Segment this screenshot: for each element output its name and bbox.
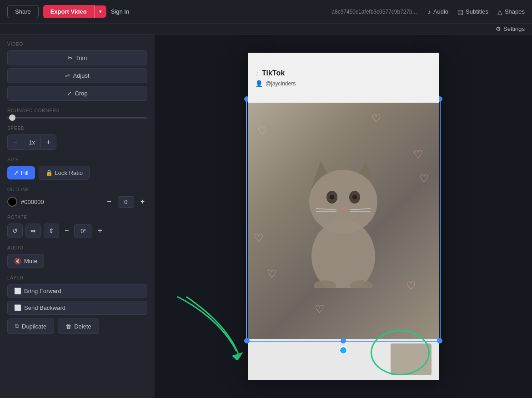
rotate-increase-button[interactable]: + <box>95 225 105 237</box>
lock-ratio-button[interactable]: 🔒 Lock Ratio <box>39 166 90 180</box>
shapes-icon: △ <box>497 8 502 15</box>
send-backward-icon: ⬜ <box>14 304 21 311</box>
adjust-button[interactable]: ⇌ Adjust <box>7 68 147 83</box>
lock-ratio-label: Lock Ratio <box>55 169 83 176</box>
delete-label: Delete <box>74 323 91 330</box>
settings-label: Settings <box>503 25 525 32</box>
gear-icon: ⚙ <box>496 25 501 32</box>
rounded-corners-label: ROUNDED CORNERS <box>7 108 147 113</box>
flip-v-button[interactable]: ⇕ <box>44 224 59 238</box>
svg-point-6 <box>330 195 334 199</box>
send-backward-label: Send Backward <box>24 304 65 311</box>
arrow-annotation <box>168 288 250 362</box>
delete-button[interactable]: 🗑 Delete <box>58 318 99 334</box>
rounded-corners-slider-row <box>7 117 147 119</box>
adjust-icon: ⇌ <box>65 72 70 79</box>
lock-icon: 🔒 <box>45 169 53 176</box>
cat-background: ♡ ♡ ♡ ♡ ♡ ♡ ♡ ♡ <box>248 100 439 339</box>
bring-forward-icon: ⬜ <box>14 288 21 294</box>
layer-section-label: LAYER <box>7 275 147 280</box>
fill-label: Fill <box>21 169 29 176</box>
cat-silhouette-container <box>248 100 439 339</box>
top-header: Share Export Video ▾ Sign In a8c97450c1a… <box>0 0 532 24</box>
fill-button[interactable]: ⤢ Fill <box>7 166 35 179</box>
subtitles-icon: ▤ <box>457 8 463 15</box>
header-tabs: ♪ Audio ▤ Subtitles △ Shapes <box>428 8 525 15</box>
outline-decrease-button[interactable]: − <box>104 196 114 208</box>
rotate-degree-value: 0° <box>74 224 92 238</box>
header-right: a8c97450c1afefb3c0577c9b727b... ♪ Audio … <box>331 8 525 15</box>
tiktok-logo-area: ♪ TikTok 👤 @jaycinders <box>255 69 296 87</box>
fill-icon: ⤢ <box>14 169 19 176</box>
size-controls: ⤢ Fill 🔒 Lock Ratio <box>7 166 147 180</box>
speed-decrease-button[interactable]: − <box>8 135 23 149</box>
rotate-section-label: ROTATE <box>7 215 147 220</box>
tab-shapes-label: Shapes <box>505 8 525 15</box>
cat-svg <box>284 152 402 288</box>
share-button[interactable]: Share <box>7 5 39 18</box>
video-footer <box>248 339 439 380</box>
crop-icon: ⤢ <box>67 90 72 97</box>
svg-point-8 <box>341 207 346 210</box>
settings-button[interactable]: ⚙ Settings <box>496 25 525 32</box>
outline-controls: #000000 − 0 + <box>7 196 147 208</box>
mute-button[interactable]: 🔇 Mute <box>7 254 44 268</box>
bring-forward-button[interactable]: ⬜ Bring Forward <box>7 284 147 298</box>
outline-increase-button[interactable]: + <box>138 196 147 208</box>
header-left: Share Export Video ▾ Sign In <box>7 5 129 18</box>
signin-button[interactable]: Sign In <box>111 8 129 15</box>
tab-shapes[interactable]: △ Shapes <box>497 8 525 15</box>
export-button-group: Export Video ▾ <box>43 5 106 18</box>
tab-subtitles[interactable]: ▤ Subtitles <box>457 8 488 15</box>
tiktok-icon: ♪ <box>255 69 259 78</box>
tiktok-user-row: 👤 @jaycinders <box>255 80 296 87</box>
crop-button[interactable]: ⤢ Crop <box>7 86 147 101</box>
mute-icon: 🔇 <box>14 258 21 264</box>
tiktok-title-row: ♪ TikTok <box>255 69 296 78</box>
user-icon: 👤 <box>255 80 263 87</box>
canvas-area: ♪ TikTok 👤 @jaycinders ♡ ♡ ♡ ♡ <box>155 35 532 398</box>
export-dropdown-button[interactable]: ▾ <box>94 5 106 18</box>
tiktok-header: ♪ TikTok 👤 @jaycinders <box>248 53 439 103</box>
tiktok-user: @jaycinders <box>266 80 296 87</box>
rotate-cw-button[interactable]: ↺ <box>7 224 23 238</box>
left-panel: VIDEO ✂ Trim ⇌ Adjust ⤢ Crop ROUNDED COR… <box>0 35 155 398</box>
adjust-label: Adjust <box>73 72 89 79</box>
delete-icon: 🗑 <box>65 323 71 330</box>
svg-point-7 <box>352 195 357 199</box>
audio-icon: ♪ <box>428 8 431 15</box>
outline-color-swatch[interactable] <box>7 197 17 207</box>
duplicate-button[interactable]: ⧉ Duplicate <box>7 318 54 334</box>
video-section-label: VIDEO <box>7 42 147 47</box>
thumbnail-box <box>391 343 432 375</box>
rounded-corners-thumb[interactable] <box>9 114 15 121</box>
main-layout: VIDEO ✂ Trim ⇌ Adjust ⤢ Crop ROUNDED COR… <box>0 35 532 398</box>
audio-section-label: AUDIO <box>7 245 147 250</box>
rotate-controls: ↺ ⇔ ⇕ − 0° + <box>7 224 147 238</box>
rotate-decrease-button[interactable]: − <box>62 225 71 237</box>
export-main-button[interactable]: Export Video <box>43 5 94 18</box>
trim-button[interactable]: ✂ Trim <box>7 50 147 65</box>
rounded-corners-track[interactable] <box>7 117 147 119</box>
trim-label: Trim <box>75 55 87 61</box>
trim-icon: ✂ <box>68 55 73 61</box>
outline-section-label: OUTLINE <box>7 187 147 192</box>
flip-h-button[interactable]: ⇔ <box>25 224 41 238</box>
svg-marker-0 <box>232 352 243 360</box>
svg-point-13 <box>311 220 375 288</box>
crop-label: Crop <box>75 90 87 97</box>
bring-forward-label: Bring Forward <box>24 288 61 294</box>
duplicate-label: Duplicate <box>22 323 46 330</box>
mute-label: Mute <box>24 258 37 264</box>
speed-increase-button[interactable]: + <box>41 135 56 149</box>
duplicate-icon: ⧉ <box>15 323 19 330</box>
settings-bar: ⚙ Settings <box>0 24 532 35</box>
speed-section-label: SPEED <box>7 126 147 131</box>
hash-id: a8c97450c1afefb3c0577c9b727b... <box>331 9 417 15</box>
speed-control: − 1x + <box>7 134 56 150</box>
outline-number: 0 <box>118 196 134 208</box>
speed-value: 1x <box>23 136 41 149</box>
send-backward-button[interactable]: ⬜ Send Backward <box>7 301 147 315</box>
video-preview: ♪ TikTok 👤 @jaycinders ♡ ♡ ♡ ♡ <box>248 53 439 380</box>
tab-audio[interactable]: ♪ Audio <box>428 8 448 15</box>
